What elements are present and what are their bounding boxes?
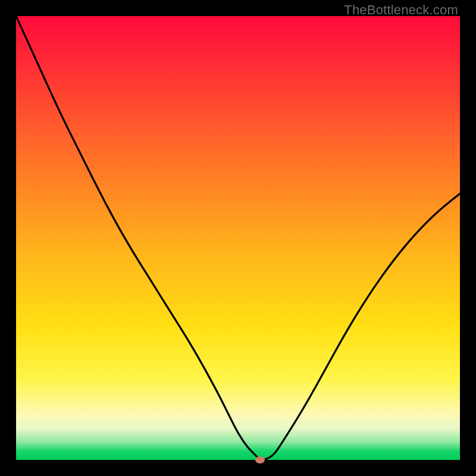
plot-area bbox=[16, 16, 460, 460]
bottleneck-curve bbox=[16, 16, 460, 460]
minimum-marker-dot bbox=[255, 456, 265, 464]
watermark-text: TheBottleneck.com bbox=[344, 2, 458, 18]
chart-frame: TheBottleneck.com bbox=[0, 0, 476, 476]
